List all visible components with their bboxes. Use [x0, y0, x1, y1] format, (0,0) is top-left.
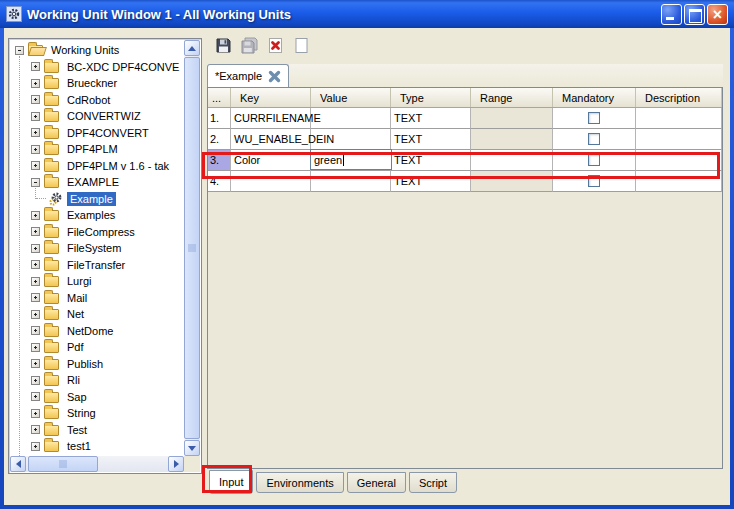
minimize-icon[interactable]	[661, 4, 682, 25]
description-cell[interactable]	[636, 150, 722, 171]
tree-item-net[interactable]: Net	[10, 306, 184, 323]
expander-plus-icon[interactable]	[31, 425, 40, 434]
tree-item-dpf4plm[interactable]: DPF4PLM	[10, 141, 184, 158]
mandatory-checkbox[interactable]	[588, 112, 600, 124]
description-cell[interactable]	[636, 108, 722, 129]
expander-plus-icon[interactable]	[31, 260, 40, 269]
expander-plus-icon[interactable]	[31, 95, 40, 104]
column-header[interactable]: ...	[208, 88, 231, 107]
expander-plus-icon[interactable]	[31, 145, 40, 154]
expander-plus-icon[interactable]	[31, 62, 40, 71]
table-row-4[interactable]: 4. TEXT	[208, 171, 722, 192]
mandatory-checkbox[interactable]	[588, 133, 600, 145]
tree-item-dpf4convert[interactable]: DPF4CONVERT	[10, 125, 184, 142]
value-cell[interactable]	[311, 108, 391, 129]
new-icon[interactable]	[292, 36, 311, 55]
table-row-2[interactable]: 2. WU_ENABLE_DEIN TEXT	[208, 129, 722, 150]
tree-vertical-scrollbar[interactable]	[184, 40, 200, 456]
close-tab-icon[interactable]	[268, 70, 281, 83]
vertical-scrollbar-thumb[interactable]	[184, 57, 200, 439]
scroll-right-icon[interactable]	[168, 456, 184, 472]
tree-item-test[interactable]: Test	[10, 422, 184, 439]
expander-plus-icon[interactable]	[31, 112, 40, 121]
expander-plus-icon[interactable]	[31, 277, 40, 286]
expander-plus-icon[interactable]	[31, 392, 40, 401]
tree-item-pdf[interactable]: Pdf	[10, 339, 184, 356]
tab-general[interactable]: General	[347, 472, 406, 493]
tab-input[interactable]: Input	[209, 470, 253, 494]
expander-plus-icon[interactable]	[31, 359, 40, 368]
scroll-up-icon[interactable]	[184, 40, 200, 56]
tree-item-examples[interactable]: Examples	[10, 207, 184, 224]
expander-plus-icon[interactable]	[31, 227, 40, 236]
expander-minus-icon[interactable]	[15, 46, 24, 55]
key-cell[interactable]	[231, 171, 311, 192]
scroll-left-icon[interactable]	[10, 456, 26, 472]
tab-environments[interactable]: Environments	[256, 472, 343, 493]
column-header-key[interactable]: Key	[231, 88, 311, 107]
expander-plus-icon[interactable]	[31, 211, 40, 220]
expander-minus-icon[interactable]	[31, 178, 40, 187]
table-row-1[interactable]: 1. CURRFILENAME TEXT	[208, 108, 722, 129]
tree-item-working-units[interactable]: Working Units	[10, 42, 184, 59]
save-all-icon[interactable]	[240, 36, 259, 55]
key-cell[interactable]: CURRFILENAME	[231, 108, 311, 129]
scroll-down-icon[interactable]	[184, 440, 200, 456]
mandatory-checkbox[interactable]	[588, 154, 600, 166]
tree-horizontal-scrollbar[interactable]	[10, 456, 184, 472]
maximize-icon[interactable]	[684, 4, 705, 25]
tree-item-convertwiz[interactable]: CONVERTWIZ	[10, 108, 184, 125]
tree-item-bc-xdc[interactable]: BC-XDC DPF4CONVE	[10, 59, 184, 76]
tree-item-filetransfer[interactable]: FileTransfer	[10, 257, 184, 274]
column-header-type[interactable]: Type	[391, 88, 471, 107]
type-cell[interactable]: TEXT	[391, 108, 471, 129]
value-cell[interactable]: green	[311, 150, 391, 171]
type-cell[interactable]: TEXT	[391, 150, 471, 171]
delete-icon[interactable]	[266, 36, 285, 55]
key-cell[interactable]: WU_ENABLE_DEIN	[231, 129, 311, 150]
expander-plus-icon[interactable]	[31, 376, 40, 385]
key-cell[interactable]: Color	[231, 150, 311, 171]
expander-plus-icon[interactable]	[31, 343, 40, 352]
expander-plus-icon[interactable]	[31, 293, 40, 302]
tree-item-cdrobot[interactable]: CdRobot	[10, 92, 184, 109]
tree-item-example[interactable]: Example	[10, 191, 184, 208]
expander-plus-icon[interactable]	[31, 244, 40, 253]
expander-plus-icon[interactable]	[31, 161, 40, 170]
description-cell[interactable]	[636, 129, 722, 150]
expander-plus-icon[interactable]	[31, 79, 40, 88]
value-editor-input[interactable]: green	[310, 149, 392, 170]
tree-item-rli[interactable]: Rli	[10, 372, 184, 389]
description-cell[interactable]	[636, 171, 722, 192]
column-header-range[interactable]: Range	[471, 88, 553, 107]
type-cell[interactable]: TEXT	[391, 129, 471, 150]
column-header-mandatory[interactable]: Mandatory	[553, 88, 636, 107]
tree-item-example-folder[interactable]: EXAMPLE	[10, 174, 184, 191]
column-header-description[interactable]: Description	[636, 88, 722, 107]
expander-plus-icon[interactable]	[31, 128, 40, 137]
save-icon[interactable]	[214, 36, 233, 55]
tree-item-netdome[interactable]: NetDome	[10, 323, 184, 340]
tree-item-string[interactable]: String	[10, 405, 184, 422]
tree-item-sap[interactable]: Sap	[10, 389, 184, 406]
expander-plus-icon[interactable]	[31, 442, 40, 451]
tree-item-filesystem[interactable]: FileSystem	[10, 240, 184, 257]
tree-item-dpf4plm-v16[interactable]: DPF4PLM v 1.6 - tak	[10, 158, 184, 175]
horizontal-scrollbar-thumb[interactable]	[28, 456, 98, 472]
expander-plus-icon[interactable]	[31, 310, 40, 319]
tree-item-filecompress[interactable]: FileCompress	[10, 224, 184, 241]
mandatory-checkbox[interactable]	[588, 175, 600, 187]
column-header-value[interactable]: Value	[311, 88, 391, 107]
close-icon[interactable]	[707, 4, 728, 25]
tab-script[interactable]: Script	[409, 472, 457, 493]
expander-plus-icon[interactable]	[31, 326, 40, 335]
tab-example[interactable]: *Example	[207, 64, 289, 87]
tree-item-mail[interactable]: Mail	[10, 290, 184, 307]
expander-plus-icon[interactable]	[31, 409, 40, 418]
value-cell[interactable]	[311, 171, 391, 192]
tree-item-publish[interactable]: Publish	[10, 356, 184, 373]
type-cell[interactable]: TEXT	[391, 171, 471, 192]
tree-item-lurgi[interactable]: Lurgi	[10, 273, 184, 290]
tree-item-test1[interactable]: test1	[10, 438, 184, 455]
tree-item-brueckner[interactable]: Brueckner	[10, 75, 184, 92]
